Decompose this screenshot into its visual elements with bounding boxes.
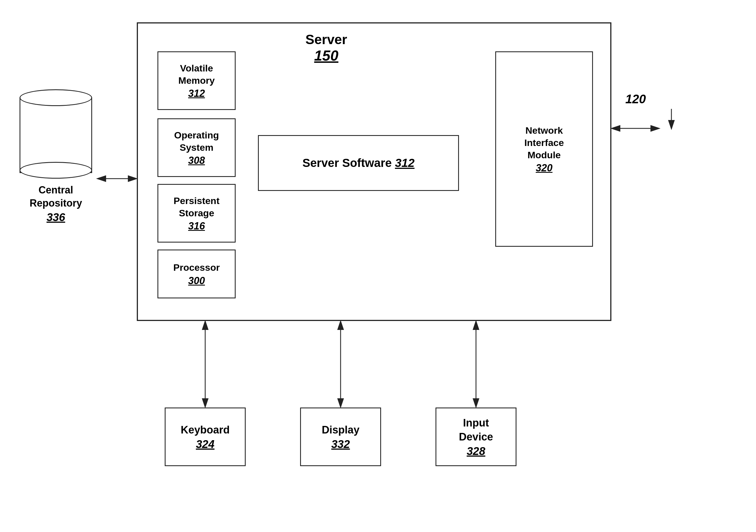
display-number: 332 — [331, 438, 350, 450]
diagram-container: Central Repository 336 Server 150 Volati… — [0, 0, 756, 532]
volatile-memory-box: VolatileMemory 312 — [157, 51, 236, 110]
cylinder-top — [19, 89, 92, 106]
persistent-storage-box: PersistentStorage 316 — [157, 184, 236, 243]
processor-number: 300 — [188, 275, 205, 287]
central-repo-number: 336 — [47, 211, 65, 223]
nim-box: NetworkInterfaceModule 320 — [495, 51, 593, 247]
server-software-number: 312 — [395, 156, 415, 170]
persistent-storage-number: 316 — [188, 220, 205, 232]
keyboard-label: Keyboard — [181, 423, 230, 437]
server-software-label: Server Software 312 — [302, 155, 415, 171]
operating-system-label: OperatingSystem — [174, 129, 219, 153]
server-label: Server 150 — [306, 32, 347, 64]
display-label: Display — [322, 423, 359, 437]
operating-system-box: OperatingSystem 308 — [157, 118, 236, 177]
persistent-storage-label: PersistentStorage — [174, 195, 219, 219]
server-number: 150 — [314, 47, 338, 64]
cylinder-bottom — [19, 162, 92, 179]
server-software-box: Server Software 312 — [258, 135, 459, 191]
nim-label: NetworkInterfaceModule — [524, 124, 564, 161]
operating-system-number: 308 — [188, 155, 205, 166]
central-repo-label: Central Repository 336 — [17, 184, 95, 225]
network-number: 120 — [625, 92, 646, 106]
network-label: 120 — [625, 92, 646, 106]
keyboard-number: 324 — [196, 438, 215, 450]
processor-box: Processor 300 — [157, 250, 236, 298]
display-box: Display 332 — [300, 408, 381, 466]
central-repository: Central Repository 336 — [17, 89, 95, 225]
cylinder-shape — [19, 89, 92, 179]
nim-number: 320 — [536, 162, 553, 174]
input-device-number: 328 — [467, 445, 485, 458]
keyboard-box: Keyboard 324 — [165, 408, 246, 466]
central-repo-text: Central Repository — [30, 184, 82, 209]
input-device-box: InputDevice 328 — [436, 408, 517, 466]
input-device-label: InputDevice — [459, 416, 493, 444]
processor-label: Processor — [174, 261, 220, 274]
volatile-memory-label: VolatileMemory — [178, 62, 215, 87]
server-title: Server — [306, 32, 347, 47]
volatile-memory-number: 312 — [188, 88, 205, 99]
server-box: Server 150 VolatileMemory 312 OperatingS… — [137, 22, 611, 321]
